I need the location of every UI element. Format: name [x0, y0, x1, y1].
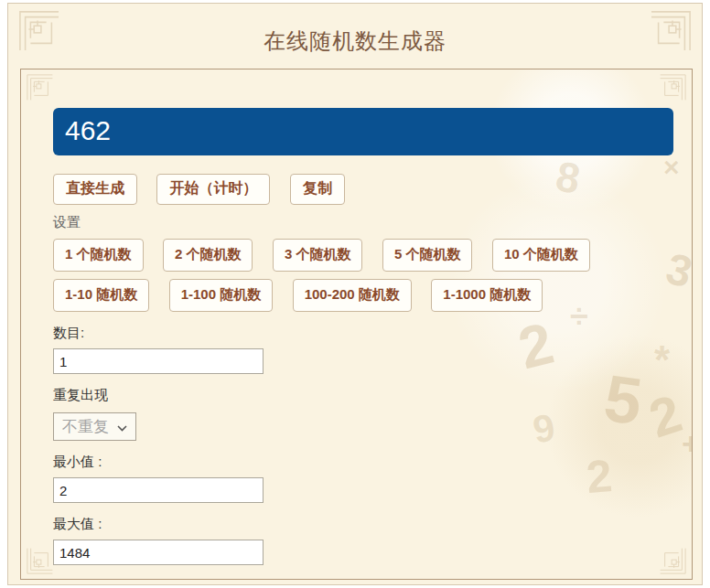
preset-range-100-200[interactable]: 100-200 随机数: [293, 279, 412, 312]
content-panel: 28527÷×*39+2 462 直接生成 开始（计时） 复制 设置 1 个随机…: [20, 69, 693, 580]
max-label: 最大值 :: [53, 516, 673, 533]
repeat-label: 重复出现: [53, 387, 673, 404]
min-label: 最小值 :: [53, 454, 673, 471]
preset-count-3[interactable]: 3 个随机数: [273, 239, 363, 272]
settings-label: 设置: [53, 214, 673, 231]
preset-row-ranges: 1-10 随机数 1-100 随机数 100-200 随机数 1-1000 随机…: [53, 279, 673, 312]
outer-panel: 在线随机数生成器 28527÷×*39+2 462 直接生成 开始（计时） 复制…: [7, 3, 703, 585]
count-input[interactable]: [53, 348, 264, 374]
page: 在线随机数生成器 28527÷×*39+2 462 直接生成 开始（计时） 复制…: [0, 0, 710, 588]
repeat-select-value: 不重复: [62, 416, 109, 437]
preset-count-10[interactable]: 10 个随机数: [492, 239, 590, 272]
generate-button[interactable]: 直接生成: [53, 174, 137, 205]
preset-range-1-1000[interactable]: 1-1000 随机数: [431, 279, 543, 312]
min-input[interactable]: [53, 477, 264, 503]
max-input[interactable]: [53, 540, 264, 565]
preset-range-1-10[interactable]: 1-10 随机数: [53, 279, 149, 312]
preset-range-1-100[interactable]: 1-100 随机数: [169, 279, 274, 312]
count-label: 数目:: [53, 325, 673, 342]
preset-count-2[interactable]: 2 个随机数: [163, 239, 253, 272]
repeat-select[interactable]: 不重复: [53, 412, 136, 441]
generator-content: 462 直接生成 开始（计时） 复制 设置 1 个随机数 2 个随机数 3 个随…: [21, 69, 692, 565]
page-title: 在线随机数生成器: [8, 4, 702, 56]
preset-count-5[interactable]: 5 个随机数: [382, 239, 473, 272]
result-display: 462: [53, 108, 673, 155]
preset-row-counts: 1 个随机数 2 个随机数 3 个随机数 5 个随机数 10 个随机数: [53, 239, 673, 272]
copy-button[interactable]: 复制: [290, 174, 345, 205]
chevron-down-icon: [117, 418, 127, 436]
start-timer-button[interactable]: 开始（计时）: [156, 174, 270, 205]
preset-count-1[interactable]: 1 个随机数: [53, 239, 144, 272]
action-buttons: 直接生成 开始（计时） 复制: [53, 174, 673, 205]
